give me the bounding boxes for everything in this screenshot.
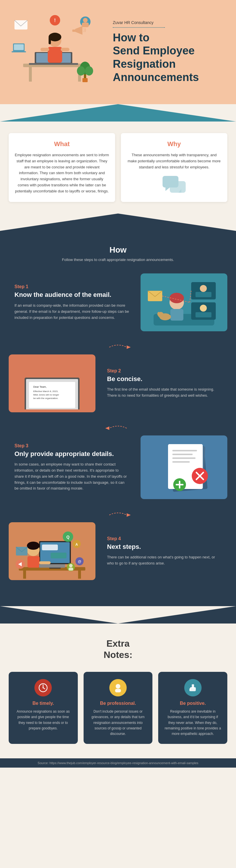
step-3-text: In some cases, an employee may want to s… [14, 462, 129, 492]
svg-text:be with the organization.: be with the organization. [33, 397, 59, 400]
svg-rect-38 [170, 309, 183, 320]
how-subtitle: Follow these steps to craft appropriate … [9, 257, 227, 262]
svg-rect-110 [190, 687, 196, 691]
svg-rect-11 [61, 48, 69, 51]
source-bar: Source: https://www.thejub.com/employer-… [0, 758, 236, 768]
step-1-title: Know the audience of the email. [14, 291, 129, 299]
step-2-visual: Dear Team, Effective March 8, 2023, Mike… [9, 354, 95, 412]
header-illustration: ! )) [11, 11, 104, 93]
svg-marker-34 [0, 214, 236, 231]
extra-notes-title: Extra Notes: [9, 638, 227, 660]
svg-rect-77 [23, 570, 26, 579]
positive-title: Be positive. [164, 701, 222, 706]
step-3-number: Step 3 [14, 443, 129, 448]
svg-marker-61 [105, 427, 109, 430]
svg-rect-19 [14, 44, 24, 50]
svg-rect-89 [39, 564, 65, 568]
svg-rect-88 [39, 561, 50, 564]
what-card: What Employee resignation announcements … [9, 133, 115, 202]
svg-rect-20 [11, 51, 26, 52]
step-2-title: Be concise. [107, 375, 222, 383]
svg-marker-51 [127, 345, 131, 349]
what-why-section: What Employee resignation announcements … [0, 122, 236, 214]
svg-rect-5 [29, 63, 78, 65]
step-1-visual [141, 273, 227, 331]
step-1-text: If an email is company-wide, the informa… [14, 303, 129, 320]
svg-point-41 [157, 312, 160, 316]
positive-text: Resignations are inevitable in business,… [164, 709, 222, 737]
svg-marker-102 [0, 606, 236, 623]
svg-rect-17 [82, 23, 89, 27]
extra-notes-section: Extra Notes: Be timely. Announce resigna… [0, 623, 236, 758]
professional-text: Don't include personal issues or grievan… [89, 709, 147, 737]
step-2-content: Step 2 Be concise. The first line of the… [101, 363, 227, 404]
svg-marker-21 [75, 26, 82, 35]
step-4-text: There can be additional notes on what's … [107, 554, 222, 566]
how-section-wrapper: How Follow these steps to craft appropri… [0, 214, 236, 623]
divider-1 [0, 104, 236, 122]
svg-rect-111 [190, 688, 191, 691]
note-professional: Be professional. Don't include personal … [83, 672, 153, 744]
svg-point-107 [116, 684, 120, 689]
svg-rect-67 [172, 458, 196, 459]
svg-rect-44 [196, 292, 211, 297]
svg-point-16 [83, 18, 88, 23]
step-2-text: The first line of the email should state… [107, 386, 222, 399]
svg-point-27 [85, 66, 93, 75]
svg-text:Effective March 8, 2023,: Effective March 8, 2023, [33, 390, 58, 393]
svg-rect-47 [196, 312, 211, 317]
step-3-row: Step 3 Only provide appropriate details.… [9, 435, 227, 499]
svg-rect-10 [40, 48, 49, 51]
arrow-1 [9, 341, 227, 353]
svg-point-100 [69, 564, 73, 567]
why-title: Why [127, 140, 222, 148]
svg-rect-32 [170, 181, 186, 193]
step-1-row: Step 1 Know the audience of the email. I… [9, 273, 227, 331]
svg-point-26 [77, 66, 85, 75]
step-3-visual [141, 435, 227, 499]
svg-point-106 [42, 687, 44, 688]
svg-rect-101 [69, 568, 73, 570]
header-section: ! )) Zuvar HR Consultancy [0, 0, 236, 104]
svg-rect-68 [172, 461, 190, 463]
step-2-row: Step 2 Be concise. The first line of the… [9, 354, 227, 412]
svg-rect-65 [172, 450, 197, 452]
professional-icon-circle [109, 679, 127, 696]
svg-marker-75 [127, 513, 131, 517]
svg-text:A: A [75, 542, 78, 547]
svg-rect-22 [72, 30, 76, 32]
timely-icon-circle [34, 679, 52, 696]
source-text: Source: https://www.thejub.com/employer-… [6, 761, 230, 765]
svg-rect-28 [82, 78, 88, 82]
how-section: How Follow these steps to craft appropri… [0, 231, 236, 606]
svg-point-37 [169, 293, 184, 303]
step-4-visual: Q A @ [9, 522, 95, 580]
note-positive: Be positive. Resignations are inevitable… [158, 672, 227, 744]
what-title: What [14, 140, 109, 148]
step-4-content: Step 4 Next steps. There can be addition… [101, 530, 227, 572]
why-icon [127, 176, 222, 195]
svg-point-86 [27, 541, 40, 550]
svg-rect-8 [48, 37, 51, 44]
why-card: Why These announcements help with transp… [121, 133, 227, 202]
svg-rect-108 [115, 689, 121, 692]
svg-marker-31 [165, 187, 170, 191]
svg-rect-1 [29, 67, 32, 82]
header-text: Zuvar HR Consultancy How to Send Employe… [104, 20, 225, 84]
what-text: Employee resignation announcements are s… [14, 152, 109, 194]
main-title: How to Send Employee Resignation Announc… [113, 31, 225, 84]
svg-text:Q: Q [67, 535, 70, 539]
positive-icon-circle [184, 679, 202, 696]
company-name: Zuvar HR Consultancy [113, 20, 225, 25]
svg-rect-12 [14, 20, 28, 30]
step-4-title: Next steps. [107, 543, 222, 551]
svg-rect-82 [50, 553, 67, 558]
dotted-divider [113, 27, 165, 28]
svg-rect-78 [78, 570, 81, 579]
step-2-number: Step 2 [107, 368, 222, 374]
step-1-content: Step 1 Know the audience of the email. I… [9, 278, 135, 327]
why-text: These announcements help with transparen… [127, 152, 222, 170]
svg-text:Dear Team,: Dear Team, [33, 385, 46, 388]
step-1-number: Step 1 [14, 284, 129, 289]
step-3-title: Only provide appropriate details. [14, 450, 129, 458]
